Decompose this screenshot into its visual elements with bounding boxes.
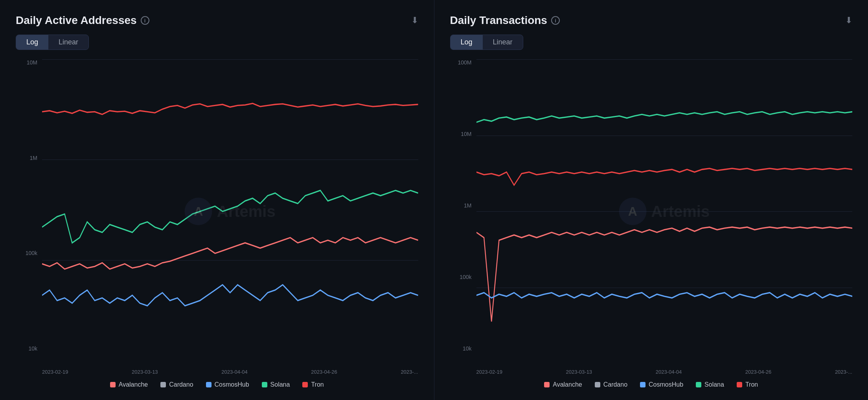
right-legend-dot-solana <box>696 382 701 387</box>
left-panel-header: Daily Active Addresses i ⬇ <box>16 14 418 27</box>
right-log-button[interactable]: Log <box>451 35 483 50</box>
right-panel: Daily Transactions i ⬇ Log Linear 100M 1… <box>434 0 868 400</box>
left-log-button[interactable]: Log <box>16 35 48 50</box>
left-x-label-2: 2023-04-04 <box>221 369 248 375</box>
right-avalanche-line <box>476 227 853 321</box>
left-download-icon[interactable]: ⬇ <box>411 15 418 26</box>
left-x-axis: 2023-02-19 2023-03-13 2023-04-04 2023-04… <box>16 369 418 375</box>
left-y-axis: 10M 1M 100k 10k <box>16 59 37 363</box>
left-legend-solana: Solana <box>262 381 290 388</box>
left-legend-cardano: Cardano <box>160 381 193 388</box>
right-x-label-4: 2023-... <box>835 369 852 375</box>
right-legend-dot-cosmoshub <box>640 382 645 387</box>
right-y-label-1: 10M <box>461 131 471 137</box>
right-tron-line <box>476 169 853 185</box>
left-legend-label-tron: Tron <box>311 381 324 388</box>
right-legend-dot-tron <box>737 382 742 387</box>
left-legend-dot-cosmoshub <box>206 382 211 387</box>
left-y-label-2: 100k <box>26 250 37 256</box>
right-linear-button[interactable]: Linear <box>483 35 523 50</box>
left-legend: Avalanche Cardano CosmosHub Solana Tron <box>16 381 418 388</box>
left-legend-avalanche: Avalanche <box>110 381 148 388</box>
left-legend-label-solana: Solana <box>270 381 290 388</box>
right-x-label-2: 2023-04-04 <box>656 369 682 375</box>
left-avalanche-line <box>42 238 418 269</box>
left-title-text: Daily Active Addresses <box>16 14 137 27</box>
right-legend-dot-cardano <box>595 382 600 387</box>
left-legend-label-avalanche: Avalanche <box>119 381 148 388</box>
right-legend-dot-avalanche <box>544 382 550 387</box>
left-solana-line <box>42 191 418 243</box>
right-panel-title: Daily Transactions i <box>450 14 560 27</box>
right-download-icon[interactable]: ⬇ <box>845 15 852 26</box>
left-legend-dot-avalanche <box>110 382 116 387</box>
left-x-label-0: 2023-02-19 <box>42 369 68 375</box>
right-y-label-0: 100M <box>458 59 471 66</box>
right-chart-area: 100M 10M 1M 100k 10k A Artemis <box>450 59 853 363</box>
right-panel-header: Daily Transactions i ⬇ <box>450 14 853 27</box>
right-toggle-group: Log Linear <box>450 35 523 50</box>
right-x-axis: 2023-02-19 2023-03-13 2023-04-04 2023-04… <box>450 369 853 375</box>
left-y-label-1: 1M <box>30 155 37 161</box>
left-x-label-3: 2023-04-26 <box>311 369 337 375</box>
right-y-label-4: 10k <box>463 345 472 352</box>
left-x-label-1: 2023-03-13 <box>132 369 158 375</box>
right-y-label-3: 100k <box>460 274 471 280</box>
right-bottom: 2023-02-19 2023-03-13 2023-04-04 2023-04… <box>450 367 853 388</box>
right-y-axis: 100M 10M 1M 100k 10k <box>450 59 472 363</box>
left-legend-dot-cardano <box>160 382 166 387</box>
right-legend-avalanche: Avalanche <box>544 381 582 388</box>
right-legend-label-tron: Tron <box>745 381 758 388</box>
left-x-label-4: 2023-... <box>401 369 418 375</box>
right-legend-label-cardano: Cardano <box>603 381 627 388</box>
left-chart-area: 10M 1M 100k 10k A Artemis <box>16 59 418 363</box>
left-panel: Daily Active Addresses i ⬇ Log Linear 10… <box>0 0 434 400</box>
right-y-label-2: 1M <box>464 202 471 209</box>
right-x-label-1: 2023-03-13 <box>566 369 592 375</box>
right-info-icon[interactable]: i <box>551 16 560 25</box>
left-legend-cosmoshub: CosmosHub <box>206 381 249 388</box>
right-legend-tron: Tron <box>737 381 758 388</box>
right-cosmoshub-line <box>476 293 853 298</box>
left-legend-label-cosmoshub: CosmosHub <box>215 381 249 388</box>
left-linear-button[interactable]: Linear <box>48 35 88 50</box>
left-panel-title: Daily Active Addresses i <box>16 14 149 27</box>
left-y-label-3: 10k <box>28 345 37 352</box>
right-chart-inner: A Artemis <box>476 59 853 363</box>
right-legend-label-solana: Solana <box>704 381 724 388</box>
left-tron-line <box>42 103 418 114</box>
left-legend-dot-tron <box>302 382 308 387</box>
left-toggle-group: Log Linear <box>16 35 89 50</box>
right-legend: Avalanche Cardano CosmosHub Solana Tron <box>450 381 853 388</box>
left-y-label-0: 10M <box>27 59 37 66</box>
left-legend-dot-solana <box>262 382 267 387</box>
right-legend-cosmoshub: CosmosHub <box>640 381 683 388</box>
right-legend-cardano: Cardano <box>595 381 627 388</box>
left-chart-inner: A Artemis <box>42 59 418 363</box>
left-legend-label-cardano: Cardano <box>169 381 193 388</box>
right-legend-solana: Solana <box>696 381 724 388</box>
right-x-label-0: 2023-02-19 <box>476 369 503 375</box>
left-bottom: 2023-02-19 2023-03-13 2023-04-04 2023-04… <box>16 367 418 388</box>
left-chart-svg <box>42 59 418 363</box>
right-legend-label-avalanche: Avalanche <box>553 381 582 388</box>
right-legend-label-cosmoshub: CosmosHub <box>649 381 683 388</box>
left-cosmoshub-line <box>42 285 418 306</box>
right-solana-line <box>476 112 853 122</box>
left-info-icon[interactable]: i <box>141 16 149 25</box>
right-chart-svg <box>476 59 853 363</box>
left-legend-tron: Tron <box>302 381 324 388</box>
right-x-label-3: 2023-04-26 <box>745 369 772 375</box>
right-title-text: Daily Transactions <box>450 14 547 27</box>
